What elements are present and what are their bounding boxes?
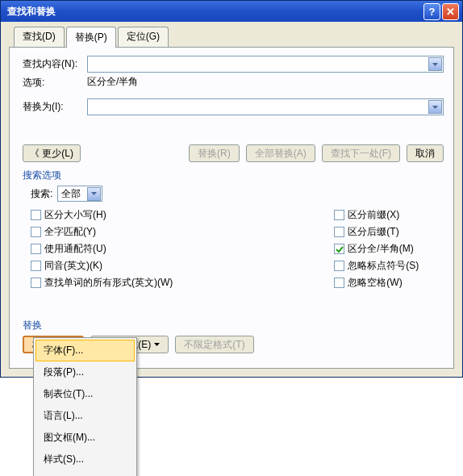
cb-match-width[interactable]: 区分全/半角(M) <box>334 242 419 256</box>
no-format-button[interactable]: 不限定格式(T) <box>175 336 253 353</box>
chevron-down-icon[interactable] <box>87 187 101 201</box>
help-button[interactable]: ? <box>423 3 440 20</box>
chevron-down-icon <box>154 343 160 346</box>
search-direction-select[interactable]: 全部 <box>57 186 102 202</box>
replace-all-button[interactable]: 全部替换(A) <box>246 144 315 162</box>
cancel-button[interactable]: 取消 <box>407 144 444 162</box>
search-options-title: 搜索选项 <box>23 169 444 182</box>
cb-match-prefix[interactable]: 区分前缀(X) <box>334 208 419 222</box>
cb-word-forms[interactable]: 查找单词的所有形式(英文)(W) <box>31 276 173 290</box>
cb-wildcards[interactable]: 使用通配符(U) <box>31 242 173 256</box>
format-menu: 字体(F)... 段落(P)... 制表位(T)... 语言(L)... 图文框… <box>33 337 137 378</box>
replace-button[interactable]: 替换(R) <box>189 144 240 162</box>
cb-ignore-punct[interactable]: 忽略标点符号(S) <box>334 259 419 273</box>
options-label: 选项: <box>23 76 87 90</box>
options-value: 区分全/半角 <box>87 75 444 89</box>
close-button[interactable]: ✕ <box>442 3 459 20</box>
dialog-title: 查找和替换 <box>4 5 56 19</box>
cb-ignore-space[interactable]: 忽略空格(W) <box>334 276 419 290</box>
search-direction-label: 搜索: <box>31 187 52 201</box>
cb-match-case[interactable]: 区分大小写(H) <box>31 208 173 222</box>
menu-paragraph[interactable]: 段落(P)... <box>35 361 135 378</box>
tab-find[interactable]: 查找(D) <box>14 27 65 48</box>
find-label: 查找内容(N): <box>23 57 87 71</box>
find-input[interactable] <box>87 56 444 73</box>
replace-label: 替换为(I): <box>23 100 87 114</box>
tab-goto[interactable]: 定位(G) <box>118 27 169 48</box>
menu-font[interactable]: 字体(F)... <box>35 340 135 361</box>
cb-whole-word[interactable]: 全字匹配(Y) <box>31 225 173 239</box>
cb-homophone[interactable]: 同音(英文)(K) <box>31 259 173 273</box>
find-next-button[interactable]: 查找下一处(F) <box>322 144 400 162</box>
cb-match-suffix[interactable]: 区分后缀(T) <box>334 225 419 239</box>
titlebar: 查找和替换 ? ✕ <box>1 1 462 22</box>
tab-replace[interactable]: 替换(P) <box>66 27 116 48</box>
less-button[interactable]: 《 更少(L) <box>23 144 81 162</box>
chevron-down-icon[interactable] <box>428 57 442 71</box>
chevron-down-icon[interactable] <box>428 100 442 114</box>
replace-section-title: 替换 <box>23 319 444 332</box>
replace-input[interactable] <box>87 98 444 115</box>
